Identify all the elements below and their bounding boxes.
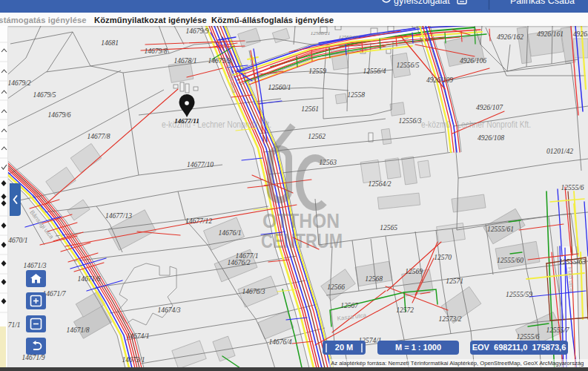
svg-text:14677/10: 14677/10: [187, 161, 214, 168]
svg-text:12560/19: 12560/19: [339, 34, 359, 40]
svg-text:4926/108: 4926/108: [478, 134, 504, 142]
svg-text:12560/1: 12560/1: [268, 84, 291, 91]
svg-text:12571: 12571: [446, 278, 463, 285]
svg-text:12555/60: 12555/60: [497, 257, 523, 264]
svg-text:14679/5: 14679/5: [33, 91, 56, 99]
svg-text:Kasza utca: Kasza utca: [337, 312, 367, 322]
svg-text:12555/59: 12555/59: [506, 291, 532, 298]
svg-text:12568: 12568: [365, 275, 383, 283]
svg-text:12564/2: 12564/2: [368, 180, 391, 188]
svg-text:14678/1: 14678/1: [174, 57, 196, 65]
svg-text:12556/3: 12556/3: [398, 117, 421, 125]
svg-text:14677/8: 14677/8: [87, 133, 110, 140]
svg-text:14671/3: 14671/3: [23, 262, 46, 269]
svg-text:14674/1: 14674/1: [126, 332, 149, 340]
svg-text:14679/8: 14679/8: [144, 47, 167, 55]
svg-text:12555/61: 12555/61: [487, 226, 514, 233]
svg-text:4926/162: 4926/162: [497, 33, 523, 41]
svg-text:14673/1: 14673/1: [122, 356, 145, 364]
svg-text:12555/63: 12555/63: [559, 258, 586, 266]
svg-text:12573/2: 12573/2: [438, 315, 461, 323]
svg-text:CENTRUM: CENTRUM: [261, 229, 343, 252]
svg-text:12561: 12561: [301, 105, 319, 113]
svg-text:4926/1: 4926/1: [573, 30, 588, 38]
svg-text:14676/3: 14676/3: [242, 288, 265, 295]
svg-text:14679/6: 14679/6: [47, 111, 70, 119]
svg-text:12559: 12559: [308, 68, 326, 75]
svg-text:14674/3: 14674/3: [157, 306, 180, 314]
svg-text:14681: 14681: [101, 39, 119, 47]
svg-text:4926/161: 4926/161: [537, 30, 564, 38]
svg-text:14671/9: 14671/9: [22, 354, 44, 361]
svg-text:12562: 12562: [308, 133, 326, 140]
svg-text:12556/5: 12556/5: [396, 62, 419, 69]
svg-text:4926/106: 4926/106: [460, 57, 486, 65]
svg-text:4926/107: 4926/107: [476, 104, 503, 111]
svg-text:14679/3: 14679/3: [208, 57, 231, 65]
svg-text:01201/42: 01201/42: [546, 148, 573, 155]
svg-text:14670/1: 14670/1: [4, 237, 27, 244]
svg-text:14671/8: 14671/8: [66, 326, 89, 334]
svg-text:12560/21: 12560/21: [311, 30, 330, 36]
svg-text:14676/1: 14676/1: [218, 229, 241, 237]
svg-text:12555/6: 12555/6: [561, 184, 584, 191]
svg-text:12558: 12558: [347, 91, 365, 99]
svg-text:12555/7: 12555/7: [546, 326, 569, 334]
svg-text:12556/4: 12556/4: [363, 68, 386, 75]
svg-text:14671/7: 14671/7: [42, 290, 66, 298]
svg-text:14677/1: 14677/1: [235, 252, 258, 260]
svg-text:4926/109: 4926/109: [426, 76, 453, 84]
svg-text:12570: 12570: [434, 254, 452, 261]
svg-text:14671/6: 14671/6: [77, 275, 100, 283]
svg-text:14677/13: 14677/13: [105, 212, 132, 220]
svg-text:14677/11: 14677/11: [174, 117, 199, 125]
svg-text:14679/2: 14679/2: [7, 79, 30, 87]
svg-text:12565: 12565: [380, 224, 397, 232]
svg-text:12567: 12567: [340, 302, 359, 309]
svg-text:gyfélszolgálat: gyfélszolgálat: [394, 0, 450, 6]
svg-text:Pálinkás Csaba: Pálinkás Csaba: [510, 0, 575, 6]
svg-text:14676/4: 14676/4: [268, 338, 291, 346]
svg-text:12569: 12569: [405, 268, 423, 275]
svg-text:14676/2: 14676/2: [227, 259, 250, 266]
svg-text:12572: 12572: [396, 306, 414, 314]
svg-text:14679/9: 14679/9: [185, 27, 208, 35]
svg-text:14677/12: 14677/12: [185, 217, 212, 225]
svg-text:12566: 12566: [327, 283, 345, 291]
svg-text:12555/6: 12555/6: [516, 333, 539, 341]
svg-text:e-közmű - Lechner Nonprofit Kf: e-közmű - Lechner Nonprofit Kft.: [421, 119, 531, 130]
